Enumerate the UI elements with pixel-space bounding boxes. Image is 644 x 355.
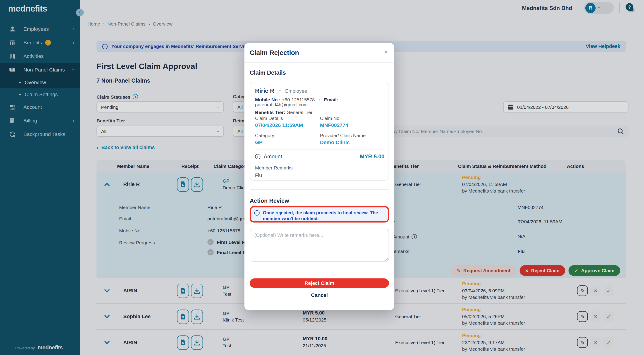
amount-label: i Amount bbox=[255, 154, 282, 160]
member-name: Ririe R bbox=[255, 87, 274, 94]
info-icon: i bbox=[255, 154, 260, 159]
mobile-label: Mobile No.: bbox=[255, 97, 280, 102]
member-remarks-value: Flu bbox=[255, 172, 262, 178]
email-label: Email: bbox=[324, 97, 338, 102]
dot-separator: • bbox=[279, 87, 281, 94]
modal-cancel-button[interactable]: Cancel bbox=[244, 292, 394, 298]
member-remarks-label: Member Remarks bbox=[255, 165, 293, 170]
claim-details-label: Claim Details bbox=[255, 116, 283, 121]
dot-separator: • bbox=[318, 97, 320, 102]
modal-title: Claim Rejection bbox=[250, 49, 299, 57]
divider bbox=[244, 62, 394, 63]
info-icon: i bbox=[254, 210, 260, 216]
tier-label: Benefits Tier: bbox=[255, 110, 285, 115]
action-review-heading: Action Review bbox=[250, 198, 289, 204]
alert-text: Once rejected, the claim proceeds to fin… bbox=[263, 209, 384, 221]
claim-no-label: Claim No. bbox=[320, 116, 341, 121]
member-role: Employee bbox=[285, 88, 307, 94]
claim-rejection-modal: Claim Rejection × Claim Details Ririe R … bbox=[244, 43, 394, 310]
divider bbox=[250, 189, 389, 190]
divider bbox=[250, 268, 389, 268]
category-value: GP bbox=[255, 140, 262, 145]
claim-details-heading: Claim Details bbox=[250, 69, 286, 76]
mobile-value: +60-125115578 bbox=[282, 97, 315, 102]
rejection-warning-alert: i Once rejected, the claim proceeds to f… bbox=[250, 206, 389, 223]
email-value: puterirafid4h@gmail.com bbox=[255, 102, 308, 107]
resize-handle-icon[interactable] bbox=[384, 258, 388, 261]
app-window: mednefits Employees › Benefits ! › bbox=[0, 0, 644, 355]
category-label: Category bbox=[255, 133, 274, 138]
provider-label: Provider/ Clinic Name bbox=[320, 133, 366, 138]
claim-details-link[interactable]: 07/04/2026 11:59AM bbox=[255, 122, 303, 128]
remarks-textarea[interactable] bbox=[250, 229, 389, 262]
claim-details-card: Ririe R • Employee Mobile No.: +60-12511… bbox=[250, 82, 389, 181]
modal-reject-claim-button[interactable]: Reject Claim bbox=[250, 278, 389, 288]
amount-value: MYR 5.00 bbox=[360, 154, 384, 160]
close-icon[interactable]: × bbox=[384, 48, 388, 56]
claim-no-value: MNF002774 bbox=[320, 122, 348, 128]
divider bbox=[255, 149, 384, 150]
tier-value: General Tier bbox=[286, 110, 312, 115]
provider-link[interactable]: Demo Clinic bbox=[320, 140, 350, 145]
